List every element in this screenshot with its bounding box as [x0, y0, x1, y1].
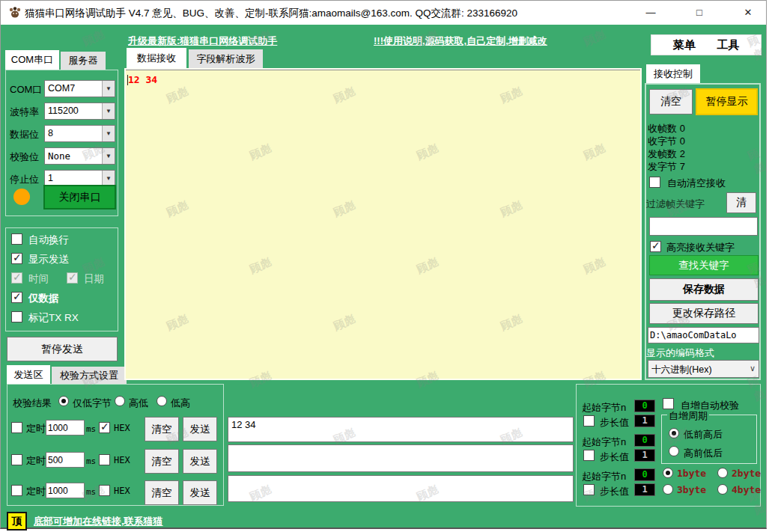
clear2-button[interactable]: 清空: [145, 449, 179, 474]
hex3-checkbox[interactable]: [99, 485, 110, 496]
time-checkbox[interactable]: [11, 272, 22, 284]
chevron-down-icon[interactable]: ▼: [102, 103, 115, 119]
auto-increment-check-checkbox[interactable]: [663, 398, 674, 409]
hex2-checkbox[interactable]: [99, 454, 110, 465]
low-first-radio[interactable]: [669, 428, 679, 438]
baudrate-select[interactable]: 115200 ▼: [44, 103, 115, 120]
send1-input[interactable]: [228, 417, 574, 442]
timer3-interval-input[interactable]: [46, 483, 85, 498]
step2-value[interactable]: 1: [634, 449, 655, 462]
tab-server[interactable]: 服务器: [61, 52, 106, 70]
start-byte2-value[interactable]: 0: [634, 434, 655, 447]
com-port-select[interactable]: COM7 ▼: [44, 80, 115, 97]
chevron-down-icon[interactable]: ∨: [750, 364, 756, 373]
chevron-down-icon[interactable]: ▼: [102, 171, 115, 186]
step3-checkbox[interactable]: [583, 484, 595, 495]
time-label: 时间: [28, 272, 49, 286]
checksum-highlow-radio[interactable]: [115, 396, 125, 406]
byte3-radio[interactable]: [663, 484, 673, 495]
clear3-button[interactable]: 清空: [145, 480, 179, 505]
filter-clear-button[interactable]: 清: [726, 192, 756, 213]
pause-send-button[interactable]: 暂停发送: [7, 337, 118, 361]
send2-button[interactable]: 发送: [183, 449, 217, 474]
timer2-label: 定时: [26, 454, 46, 468]
main-body: 升级最新版:猫猫串口网络调试助手 !!!使用说明,源码获取,自己定制,增删减改 …: [1, 25, 766, 528]
upgrade-link[interactable]: 升级最新版:猫猫串口网络调试助手: [128, 34, 277, 48]
top-button[interactable]: 顶: [7, 512, 27, 531]
menu-item-menu[interactable]: 菜单: [673, 38, 696, 52]
receive-display[interactable]: 12 34: [124, 68, 642, 380]
highlight-keyword-checkbox[interactable]: [650, 241, 661, 252]
tab-com-serial[interactable]: COM串口: [5, 50, 59, 70]
hex1-checkbox[interactable]: [99, 422, 110, 433]
parity-value: None: [48, 150, 70, 162]
save-data-button[interactable]: 保存数据: [649, 278, 759, 301]
timer3-label: 定时: [26, 485, 46, 498]
close-serial-button[interactable]: 关闭串口: [43, 185, 116, 210]
send1-button[interactable]: 发送: [183, 417, 217, 441]
change-save-path-button[interactable]: 更改保存路径: [649, 303, 759, 324]
timer1-label: 定时: [26, 422, 46, 435]
high-first-radio[interactable]: [669, 446, 679, 456]
timer3-unit: ms: [86, 487, 96, 497]
chevron-down-icon[interactable]: ▼: [102, 148, 115, 164]
send2-input[interactable]: [228, 444, 574, 472]
filter-keyword-input[interactable]: [649, 217, 758, 236]
close-button[interactable]: ✕: [735, 4, 761, 22]
date-checkbox[interactable]: [67, 272, 78, 284]
menu-item-tools[interactable]: 工具: [717, 38, 739, 52]
checksum-lowbyte-label: 仅低字节: [73, 397, 112, 410]
clear1-button[interactable]: 清空: [145, 417, 179, 441]
step1-value[interactable]: 1: [634, 415, 655, 427]
step1-checkbox[interactable]: [583, 415, 595, 426]
cat-icon: [8, 6, 22, 19]
timer2-interval-input[interactable]: [46, 452, 85, 468]
auto-clear-checkbox[interactable]: [649, 177, 660, 188]
timer1-interval-input[interactable]: [46, 420, 85, 435]
pause-display-button[interactable]: 暂停显示: [696, 88, 758, 115]
tab-data-receive[interactable]: 数据接收: [127, 48, 186, 68]
stopbits-label: 停止位: [10, 173, 39, 186]
start-byte3-value[interactable]: 0: [634, 468, 655, 481]
clear-receive-button[interactable]: 清空: [649, 89, 693, 114]
step3-value[interactable]: 1: [634, 483, 655, 496]
timer3-checkbox[interactable]: [11, 485, 22, 496]
chevron-down-icon[interactable]: ▼: [102, 126, 115, 141]
footer-link[interactable]: 底部可增加在线链接,联系猫猫: [34, 515, 163, 528]
maximize-button[interactable]: □: [687, 4, 712, 22]
step2-checkbox[interactable]: [583, 450, 595, 461]
send3-button[interactable]: 发送: [183, 480, 217, 505]
save-path-field[interactable]: D:\amaoComDataLo: [648, 327, 759, 343]
checksum-lowhigh-label: 低高: [171, 397, 190, 410]
timer2-checkbox[interactable]: [11, 454, 22, 465]
byte2-label: 2byte: [732, 468, 761, 479]
auto-newline-checkbox[interactable]: [11, 233, 22, 245]
byte4-label: 4byte: [732, 484, 761, 495]
help-link[interactable]: !!!使用说明,源码获取,自己定制,增删减改: [374, 34, 547, 48]
tab-receive-control[interactable]: 接收控制: [646, 64, 700, 83]
mark-txrx-checkbox[interactable]: [11, 311, 22, 322]
byte1-radio[interactable]: [663, 468, 673, 478]
menu-bar: 菜单 工具: [651, 34, 762, 55]
byte3-label: 3byte: [677, 484, 706, 495]
byte2-radio[interactable]: [717, 468, 728, 478]
checksum-lowbyte-radio[interactable]: [58, 396, 69, 406]
encoding-select[interactable]: 十六进制(Hex) ∨: [648, 360, 759, 378]
parity-select[interactable]: None ▼: [44, 147, 115, 165]
tab-checksum-settings[interactable]: 校验方式设置: [52, 367, 127, 384]
send3-input[interactable]: [228, 475, 574, 502]
tab-field-waveform[interactable]: 字段解析波形: [189, 49, 263, 68]
show-send-checkbox[interactable]: [11, 253, 22, 264]
find-keyword-button[interactable]: 查找关键字: [649, 255, 759, 275]
data-only-checkbox[interactable]: [11, 292, 22, 303]
databits-select[interactable]: 8 ▼: [44, 125, 115, 142]
timer1-unit: ms: [86, 424, 96, 434]
start-byte1-value[interactable]: 0: [634, 400, 655, 412]
minimize-button[interactable]: —: [638, 4, 663, 22]
timer1-checkbox[interactable]: [11, 422, 22, 433]
byte4-radio[interactable]: [717, 484, 728, 495]
chevron-down-icon[interactable]: ▼: [102, 81, 115, 97]
tab-send-zone[interactable]: 发送区: [7, 365, 50, 384]
com-port-label: COM口: [10, 83, 42, 97]
checksum-lowhigh-radio[interactable]: [156, 396, 167, 406]
